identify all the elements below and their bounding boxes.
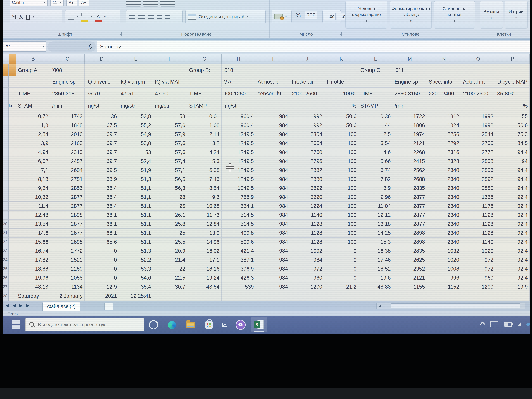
cell-J1[interactable]: [290, 64, 324, 76]
cell-K25[interactable]: 0: [324, 264, 358, 273]
cell-K9[interactable]: 50,6: [324, 121, 358, 130]
cell-N15[interactable]: 2340: [427, 175, 461, 184]
cell-D17[interactable]: 68,4: [85, 193, 119, 202]
cell-D23[interactable]: 0: [85, 247, 119, 255]
cell-H22[interactable]: 509,6: [222, 238, 256, 247]
cell-N4[interactable]: [427, 100, 461, 112]
cell-D1[interactable]: [85, 64, 119, 76]
cell-H15[interactable]: 1249,5: [222, 175, 256, 184]
cell-E12[interactable]: 53: [119, 148, 153, 157]
cell-I4[interactable]: [256, 100, 290, 112]
cell-D27[interactable]: 12,9: [85, 282, 119, 291]
cell-I25[interactable]: 984: [256, 264, 290, 273]
cell-C21[interactable]: 2877: [50, 228, 84, 238]
cell-K3[interactable]: 100%: [324, 88, 358, 100]
store-button[interactable]: [203, 319, 215, 330]
cell-C23[interactable]: 2772: [50, 247, 84, 255]
cell-D4[interactable]: mg/str: [85, 100, 119, 112]
row-header-20[interactable]: 20: [3, 220, 9, 228]
conditional-formatting-button[interactable]: Условно форматиране ▾: [345, 1, 387, 29]
alignment-dialog-launcher-icon[interactable]: [264, 32, 268, 36]
cell-C9[interactable]: 1848: [50, 121, 84, 130]
cell-B1[interactable]: Group A:: [16, 64, 50, 76]
cell-C26[interactable]: 2058: [50, 273, 84, 282]
chevron-down-icon[interactable]: ▾: [91, 15, 92, 18]
cell-D16[interactable]: 68,4: [85, 184, 119, 193]
cell-G4[interactable]: STAMP: [187, 100, 222, 112]
cell-P23[interactable]: 92,4: [495, 247, 530, 255]
row-header-21[interactable]: 21: [3, 228, 9, 238]
row-header-3[interactable]: [3, 88, 9, 100]
cell-A25[interactable]: [9, 264, 16, 273]
bluetooth-icon[interactable]: [526, 323, 530, 326]
cell-P15[interactable]: 94,4: [495, 175, 530, 184]
cell-G18[interactable]: 10,68: [187, 202, 222, 211]
cell-A21[interactable]: [9, 228, 16, 238]
cell-I11[interactable]: 984: [256, 139, 290, 148]
format-as-table-button[interactable]: Форматиране като таблица ▾: [390, 1, 432, 29]
cell-L22[interactable]: 15,3: [359, 238, 393, 247]
cell-F15[interactable]: 56,5: [153, 175, 187, 184]
cell-D18[interactable]: 68,4: [85, 202, 119, 211]
cell-D28[interactable]: 2021: [85, 291, 119, 301]
cell-K16[interactable]: 100: [324, 184, 358, 193]
cell-B20[interactable]: 13,54: [16, 220, 50, 228]
cell-N23[interactable]: 1032: [427, 247, 461, 255]
cell-F23[interactable]: 20,9: [153, 247, 187, 255]
cell-G27[interactable]: 48,54: [187, 282, 222, 291]
cell-C3[interactable]: 2850-3150: [50, 88, 84, 100]
underline-button[interactable]: П: [26, 13, 30, 20]
cell-L25[interactable]: 18,52: [359, 264, 393, 273]
cell-A16[interactable]: [9, 184, 16, 193]
cell-M22[interactable]: 2898: [393, 238, 427, 247]
cell-I19[interactable]: 984: [256, 211, 290, 220]
cell-K15[interactable]: 100: [324, 175, 358, 184]
cell-J22[interactable]: 1128: [290, 238, 324, 247]
cell-J28[interactable]: [290, 291, 324, 301]
cell-I21[interactable]: 984: [256, 228, 290, 238]
column-header-P[interactable]: P: [495, 54, 530, 64]
cell-B24[interactable]: 17,82: [16, 255, 50, 264]
next-sheet-button[interactable]: ▶: [19, 303, 23, 308]
column-header-L[interactable]: L: [359, 54, 393, 64]
cell-J15[interactable]: 2880: [290, 175, 324, 184]
cell-J4[interactable]: [290, 100, 324, 112]
cell-A15[interactable]: [9, 175, 16, 184]
cell-L20[interactable]: 13,18: [359, 220, 393, 228]
cell-K20[interactable]: 100: [324, 220, 358, 228]
cell-M10[interactable]: 1974: [393, 130, 427, 139]
column-header-C[interactable]: C: [50, 54, 84, 64]
cell-O14[interactable]: 2856: [461, 166, 495, 175]
column-header-J[interactable]: J: [290, 54, 324, 64]
cell-F20[interactable]: 25,8: [153, 220, 187, 228]
row-header-16[interactable]: [3, 184, 9, 193]
cell-O17[interactable]: 1656: [461, 193, 495, 202]
cell-M12[interactable]: 2268: [393, 148, 427, 157]
decrease-indent-button[interactable]: [157, 14, 162, 19]
cell-P26[interactable]: 92,4: [495, 273, 530, 282]
cell-P27[interactable]: 19,9: [495, 282, 530, 291]
cell-O23[interactable]: 1020: [461, 247, 495, 255]
cell-C14[interactable]: 2604: [50, 166, 84, 175]
cell-L1[interactable]: Group C:: [359, 64, 393, 76]
cell-L19[interactable]: 12,12: [359, 211, 393, 220]
tray-chevron-icon[interactable]: [480, 322, 485, 327]
cell-K23[interactable]: 0: [324, 247, 358, 255]
row-header-27[interactable]: 27: [3, 282, 9, 291]
cell-L14[interactable]: 6,74: [359, 166, 393, 175]
cell-D12[interactable]: 69,7: [85, 148, 119, 157]
cell-J2[interactable]: Intake air: [290, 76, 324, 88]
cell-P1[interactable]: [495, 64, 530, 76]
cell-K10[interactable]: 100: [324, 130, 358, 139]
cell-E18[interactable]: 51,1: [119, 202, 153, 211]
cell-F24[interactable]: 21,4: [153, 255, 187, 264]
cell-A9[interactable]: [9, 121, 16, 130]
select-all-button[interactable]: [3, 54, 9, 64]
cell-E17[interactable]: 51,1: [119, 193, 153, 202]
cell-O3[interactable]: 2100-2600: [461, 88, 495, 100]
cell-I17[interactable]: 984: [256, 193, 290, 202]
cell-B28[interactable]: Saturday: [16, 291, 50, 301]
cell-B15[interactable]: 8,18: [16, 175, 50, 184]
cell-J14[interactable]: 2832: [290, 166, 324, 175]
cell-P28[interactable]: [495, 291, 530, 301]
